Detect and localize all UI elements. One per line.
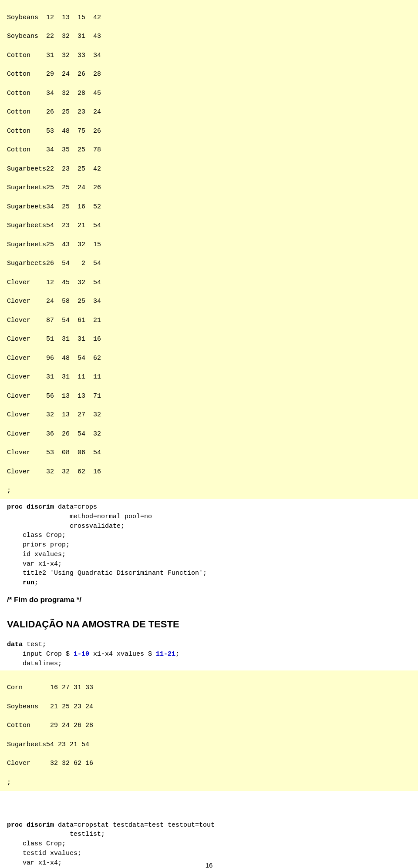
data-lines-block: Soybeans 12 13 15 42 Soybeans 22 32 31 4… bbox=[0, 0, 418, 499]
test-line-5: Clover 32 32 62 16 bbox=[7, 760, 93, 767]
page-number: 16 bbox=[0, 861, 418, 868]
test-line-3: Cotton 29 24 26 28 bbox=[7, 722, 93, 729]
data-line-16: Clover 24 58 25 34 bbox=[7, 298, 101, 305]
proc-keyword2: proc discrim bbox=[7, 821, 54, 829]
data-line-13: Sugarbeets25 43 32 15 bbox=[7, 241, 101, 248]
test-semicolon: ; bbox=[7, 779, 11, 786]
data-line-1: Soybeans 12 13 15 42 bbox=[7, 14, 101, 21]
data-line-20: Clover 31 31 11 11 bbox=[7, 373, 101, 381]
data-line-23: Clover 36 26 54 32 bbox=[7, 430, 101, 438]
test-line-1: Corn 16 27 31 33 bbox=[7, 684, 93, 691]
validation-heading-text: VALIDAÇÃO NA AMOSTRA DE TESTE bbox=[7, 619, 179, 630]
test-line-4: Sugarbeets54 23 21 54 bbox=[7, 741, 89, 748]
data-line-11: Sugarbeets34 25 16 52 bbox=[7, 203, 101, 211]
comment-fim-programa: /* Fim do programa */ bbox=[0, 590, 418, 611]
page-number-text: 16 bbox=[206, 861, 213, 868]
data-line-18: Clover 51 31 31 16 bbox=[7, 335, 101, 343]
proc-keyword: proc discrim bbox=[7, 503, 54, 511]
comment-text: /* Fim do programa */ bbox=[7, 596, 81, 604]
run-keyword: run bbox=[23, 579, 34, 586]
range1: 1-10 bbox=[74, 650, 89, 658]
range2: 11-21 bbox=[156, 650, 175, 658]
spacer1 bbox=[0, 791, 418, 800]
data-line-4: Cotton 29 24 26 28 bbox=[7, 70, 101, 78]
data-line-24: Clover 53 08 06 54 bbox=[7, 449, 101, 456]
spacer3 bbox=[0, 808, 418, 817]
data-line-9: Sugarbeets22 23 25 42 bbox=[7, 165, 101, 173]
spacer2 bbox=[0, 800, 418, 808]
data-line-10: Sugarbeets25 25 24 26 bbox=[7, 184, 101, 191]
data-line-7: Cotton 53 48 75 26 bbox=[7, 127, 101, 135]
data-line-2: Soybeans 22 32 31 43 bbox=[7, 33, 101, 40]
data-line-19: Clover 96 48 54 62 bbox=[7, 355, 101, 362]
test-data-block: data test; input Crop $ 1-10 x1-x4 xvalu… bbox=[0, 637, 418, 670]
data-keyword: data bbox=[7, 641, 23, 648]
data-line-21: Clover 56 13 13 71 bbox=[7, 392, 101, 400]
test-data-lines-block: Corn 16 27 31 33 Soybeans 21 25 23 24 Co… bbox=[0, 670, 418, 791]
data-line-8: Cotton 34 35 25 78 bbox=[7, 146, 101, 154]
test-line-2: Soybeans 21 25 23 24 bbox=[7, 703, 93, 710]
data-line-15: Clover 12 45 32 54 bbox=[7, 279, 101, 286]
data-line-5: Cotton 34 32 28 45 bbox=[7, 90, 101, 97]
data-line-6: Cotton 26 25 23 24 bbox=[7, 108, 101, 116]
data-line-17: Clover 87 54 61 21 bbox=[7, 317, 101, 324]
data-line-3: Cotton 31 32 33 34 bbox=[7, 52, 101, 59]
data-line-12: Sugarbeets54 23 21 54 bbox=[7, 222, 101, 229]
data-semicolon: ; bbox=[7, 487, 11, 494]
data-line-22: Clover 32 13 27 32 bbox=[7, 411, 101, 419]
data-line-25: Clover 32 32 62 16 bbox=[7, 468, 101, 476]
proc-discrim-block: proc discrim data=crops method=normal po… bbox=[0, 499, 418, 590]
validation-heading: VALIDAÇÃO NA AMOSTRA DE TESTE bbox=[0, 610, 418, 637]
data-line-14: Sugarbeets26 54 2 54 bbox=[7, 260, 101, 267]
